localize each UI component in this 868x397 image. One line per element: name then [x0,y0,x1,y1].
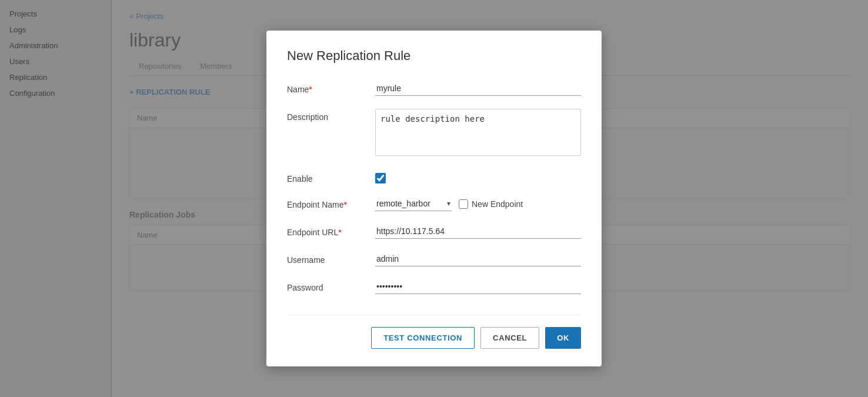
new-endpoint-label: New Endpoint [472,199,523,209]
enable-label: Enable [287,171,375,184]
endpoint-name-wrap: remote_harbor ▾ New Endpoint [375,196,581,211]
description-row: Description rule description here [287,109,581,158]
username-row: Username [287,252,581,266]
modal-overlay: New Replication Rule Name* Description r… [0,0,868,397]
endpoint-select-wrapper: remote_harbor ▾ [375,196,452,211]
username-input[interactable] [375,252,581,266]
password-row: Password [287,279,581,294]
username-label: Username [287,252,375,265]
description-input-wrap: rule description here [375,109,581,158]
new-replication-rule-dialog: New Replication Rule Name* Description r… [266,31,602,366]
dialog-footer: TEST CONNECTION CANCEL OK [287,315,581,349]
endpoint-url-label: Endpoint URL* [287,224,375,237]
username-wrap [375,252,581,266]
enable-checkbox-wrap [375,171,581,184]
name-row: Name* [287,81,581,96]
test-connection-button[interactable]: TEST CONNECTION [371,327,475,349]
name-input-wrap [375,81,581,96]
description-label: Description [287,109,375,122]
new-endpoint-checkbox[interactable] [459,199,468,209]
new-endpoint-wrap: New Endpoint [459,199,523,209]
endpoint-select-group: remote_harbor ▾ New Endpoint [375,196,581,211]
endpoint-name-select[interactable]: remote_harbor [375,196,452,211]
ok-button[interactable]: OK [545,327,581,349]
endpoint-url-wrap [375,224,581,239]
enable-checkbox[interactable] [375,173,386,184]
name-input[interactable] [375,81,581,96]
password-input[interactable] [375,279,581,294]
enable-row: Enable [287,171,581,184]
cancel-button[interactable]: CANCEL [480,327,539,349]
dialog-title: New Replication Rule [287,48,581,64]
endpoint-url-row: Endpoint URL* [287,224,581,239]
endpoint-name-row: Endpoint Name* remote_harbor ▾ New Endpo… [287,196,581,211]
password-label: Password [287,279,375,292]
name-label: Name* [287,81,375,94]
password-wrap [375,279,581,294]
endpoint-url-input[interactable] [375,224,581,239]
endpoint-name-label: Endpoint Name* [287,196,375,209]
description-textarea[interactable]: rule description here [375,109,581,156]
